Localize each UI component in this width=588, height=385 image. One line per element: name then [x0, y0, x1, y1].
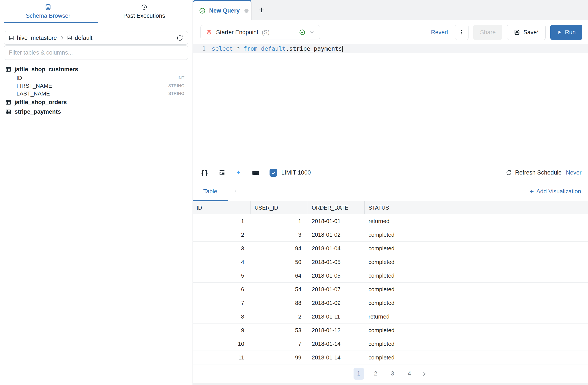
editor-footer: {} — [193, 164, 588, 182]
cell-order-date: 2018-01-07 — [308, 283, 365, 296]
cell-id: 7 — [193, 296, 251, 310]
sql-active-line[interactable]: 1 select * from default.stripe_payments — [193, 44, 588, 53]
tab-schema-browser-label: Schema Browser — [26, 13, 70, 19]
column-header-status[interactable]: STATUS — [365, 201, 427, 214]
refresh-schedule-value[interactable]: Never — [566, 169, 582, 176]
results-panel: IDUSER_IDORDER_DATESTATUS 1 1 2018-01-01… — [193, 201, 588, 385]
schema-table-row[interactable]: jaffle_shop_orders — [0, 97, 192, 107]
endpoint-status-icon — [299, 29, 305, 36]
next-page-button[interactable] — [421, 371, 427, 377]
cell-user-id: 94 — [251, 242, 308, 255]
add-query-tab-button[interactable]: + — [252, 0, 272, 20]
indent-icon[interactable] — [218, 169, 226, 176]
more-options-button[interactable] — [455, 25, 468, 40]
cell-status: completed — [365, 242, 427, 255]
cell-status: completed — [365, 296, 427, 310]
cell-status: completed — [365, 255, 427, 269]
table-row: 10 7 2018-01-14 completed — [193, 337, 588, 351]
tab-table-visualization[interactable]: Table — [193, 182, 228, 201]
tab-past-executions-label: Past Executions — [123, 13, 165, 19]
cell-status: completed — [365, 228, 427, 241]
share-button[interactable]: Share — [473, 25, 502, 40]
cell-id: 4 — [193, 255, 251, 269]
editor-toolbar: Starter Endpoint (S) Revert — [193, 20, 588, 44]
query-tab-new-query[interactable]: New Query — [193, 0, 252, 20]
table-row: 11 99 2018-01-14 completed — [193, 351, 588, 364]
cell-user-id: 50 — [251, 255, 308, 269]
breadcrumb-catalog[interactable]: hive_metastore — [17, 35, 57, 41]
table-grid-icon — [5, 99, 11, 106]
column-header-user_id[interactable]: USER_ID — [251, 201, 308, 214]
unsaved-indicator-dot — [244, 9, 249, 13]
schema-column-row[interactable]: FIRST_NAME STRING — [0, 82, 192, 90]
schema-table-row[interactable]: jaffle_shop_customers — [0, 64, 192, 74]
page-button-1[interactable]: 1 — [354, 368, 364, 380]
cell-order-date: 2018-01-14 — [308, 337, 365, 351]
cell-user-id: 64 — [251, 269, 308, 282]
schema-list: jaffle_shop_customers ID INT FIRST_NAME … — [0, 64, 192, 116]
tab-past-executions[interactable]: Past Executions — [96, 0, 192, 23]
cell-user-id: 3 — [251, 228, 308, 241]
cell-id: 8 — [193, 310, 251, 323]
column-header-id[interactable]: ID — [193, 201, 251, 214]
sql-editor[interactable]: 1 select * from default.stripe_payments — [193, 44, 588, 164]
save-button[interactable]: Save* — [507, 25, 546, 40]
active-viz-tab-indicator — [193, 200, 228, 201]
endpoint-selector[interactable]: Starter Endpoint (S) — [200, 25, 320, 39]
table-row: 9 53 2018-01-12 completed — [193, 323, 588, 337]
results-header-row: IDUSER_IDORDER_DATESTATUS — [193, 201, 588, 214]
refresh-schema-button[interactable] — [172, 31, 188, 44]
active-tab-indicator — [4, 22, 98, 23]
schema-column-name: LAST_NAME — [17, 90, 50, 97]
breadcrumb-separator-icon — [60, 36, 64, 40]
lightning-icon[interactable] — [235, 170, 242, 176]
cell-id: 9 — [193, 323, 251, 337]
cell-id: 10 — [193, 337, 251, 351]
play-icon — [557, 30, 562, 35]
endpoint-stack-icon — [206, 29, 213, 36]
check-circle-icon — [199, 7, 206, 14]
refresh-schedule-label: Refresh Schedule — [515, 169, 562, 176]
cell-user-id: 88 — [251, 296, 308, 310]
cell-status: completed — [365, 323, 427, 337]
breadcrumb[interactable]: hive_metastore default — [4, 31, 172, 44]
database-icon — [45, 4, 51, 10]
cell-order-date: 2018-01-04 — [308, 242, 365, 255]
schema-table-name: jaffle_shop_customers — [15, 66, 78, 73]
cell-user-id: 53 — [251, 323, 308, 337]
column-header-order_date[interactable]: ORDER_DATE — [308, 201, 365, 214]
cell-id: 5 — [193, 269, 251, 282]
tab-schema-browser[interactable]: Schema Browser — [0, 0, 96, 23]
schema-table-name: stripe_payments — [15, 108, 61, 115]
cell-user-id: 7 — [251, 337, 308, 351]
save-icon — [514, 29, 520, 36]
schema-table-row[interactable]: stripe_payments — [0, 107, 192, 116]
filter-box — [4, 45, 188, 60]
cell-order-date: 2018-01-01 — [308, 214, 365, 228]
format-braces-icon[interactable]: {} — [200, 169, 209, 177]
cell-status: completed — [365, 283, 427, 296]
cell-order-date: 2018-01-12 — [308, 323, 365, 337]
viz-options-button[interactable] — [231, 188, 239, 195]
breadcrumb-schema[interactable]: default — [75, 35, 92, 41]
limit-checkbox[interactable] — [270, 169, 277, 177]
run-button[interactable]: Run — [550, 25, 582, 40]
cell-user-id: 1 — [251, 214, 308, 228]
add-visualization-button[interactable]: + Add Visualization — [530, 188, 581, 195]
table-row: 7 88 2018-01-09 completed — [193, 296, 588, 310]
page-button-2[interactable]: 2 — [370, 368, 381, 380]
cell-id: 1 — [193, 214, 251, 228]
limit-label: LIMIT 1000 — [281, 169, 311, 176]
schema-icon — [67, 35, 72, 41]
page-button-3[interactable]: 3 — [387, 368, 398, 380]
table-row: 6 54 2018-01-07 completed — [193, 283, 588, 296]
revert-button[interactable]: Revert — [431, 29, 448, 36]
keyboard-shortcuts-icon[interactable] — [252, 169, 260, 177]
filter-input[interactable] — [4, 46, 188, 60]
table-grid-icon — [5, 109, 11, 115]
schema-column-row[interactable]: ID INT — [0, 74, 192, 82]
cell-id: 6 — [193, 283, 251, 296]
schema-column-row[interactable]: LAST_NAME STRING — [0, 90, 192, 97]
endpoint-name: Starter Endpoint — [216, 29, 258, 36]
page-button-4[interactable]: 4 — [404, 368, 415, 380]
